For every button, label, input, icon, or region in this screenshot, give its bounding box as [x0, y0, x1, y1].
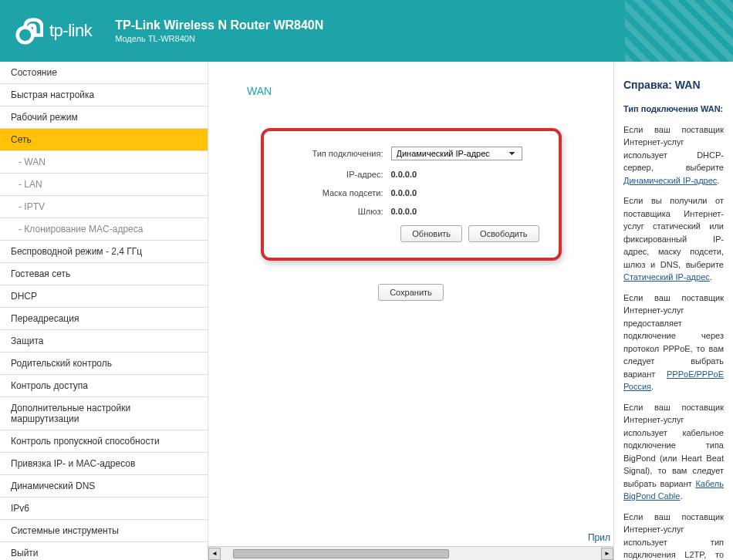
sidebar-item[interactable]: Привязка IP- и MAC-адресов: [0, 453, 208, 475]
header-title: TP-Link Wireless N Router WR840N: [115, 19, 323, 32]
scroll-thumb[interactable]: [233, 549, 449, 558]
conn-type-label: Тип подключения:: [275, 149, 391, 158]
sidebar: СостояниеБыстрая настройкаРабочий режимС…: [0, 62, 208, 560]
logo-text: tp-link: [49, 21, 92, 41]
conn-type-select[interactable]: Динамический IP-адрес: [391, 147, 522, 160]
sidebar-subitem[interactable]: - LAN: [0, 174, 208, 196]
sidebar-item[interactable]: Выйти: [0, 542, 208, 560]
mask-label: Маска подсети:: [275, 188, 391, 197]
header-pattern: [625, 0, 733, 62]
header: tp-link TP-Link Wireless N Router WR840N…: [0, 0, 733, 62]
horizontal-scrollbar[interactable]: ◄ ►: [208, 546, 613, 560]
sidebar-subitem[interactable]: - WAN: [0, 151, 208, 174]
sidebar-item[interactable]: Динамический DNS: [0, 475, 208, 498]
wan-form-box: Тип подключения: Динамический IP-адрес I…: [261, 128, 562, 261]
sidebar-item[interactable]: Дополнительные настройки маршрутизации: [0, 397, 208, 430]
mask-value: 0.0.0.0: [391, 188, 417, 197]
header-subtitle: Модель TL-WR840N: [115, 34, 323, 43]
sidebar-item[interactable]: IPv6: [0, 498, 208, 520]
save-button[interactable]: Сохранить: [378, 284, 444, 301]
help-panel: Справка: WAN Тип подключения WAN: Если в…: [613, 62, 733, 560]
sidebar-item[interactable]: Рабочий режим: [0, 106, 208, 129]
sidebar-item[interactable]: Сеть: [0, 129, 208, 151]
sidebar-item[interactable]: Беспроводной режим - 2,4 ГГц: [0, 241, 208, 263]
page-title: WAN: [247, 85, 598, 97]
gateway-label: Шлюз:: [275, 207, 391, 216]
refresh-button[interactable]: Обновить: [400, 225, 462, 242]
sidebar-subitem[interactable]: - IPTV: [0, 196, 208, 218]
scroll-left-arrow[interactable]: ◄: [208, 548, 221, 560]
sidebar-item[interactable]: DHCP: [0, 285, 208, 308]
sidebar-item[interactable]: Контроль доступа: [0, 375, 208, 397]
svg-point-0: [18, 28, 33, 43]
tplink-logo-icon: [15, 17, 43, 45]
sidebar-item[interactable]: Родительский контроль: [0, 353, 208, 375]
help-link-dynamic[interactable]: Динамический IP-адрес: [623, 176, 717, 185]
sidebar-item[interactable]: Переадресация: [0, 308, 208, 330]
help-link-static[interactable]: Статический IP-адрес: [623, 272, 710, 282]
sidebar-subitem[interactable]: - Клонирование MAC-адреса: [0, 218, 208, 241]
sidebar-item[interactable]: Быстрая настройка: [0, 84, 208, 106]
sidebar-item[interactable]: Состояние: [0, 62, 208, 84]
gateway-value: 0.0.0.0: [391, 207, 417, 216]
help-conn-label: Тип подключения WAN:: [623, 104, 723, 113]
sidebar-item[interactable]: Гостевая сеть: [0, 263, 208, 285]
header-titles: TP-Link Wireless N Router WR840N Модель …: [115, 19, 323, 43]
logo: tp-link: [15, 17, 92, 45]
help-title: Справка: WAN: [623, 77, 724, 93]
sidebar-item[interactable]: Защита: [0, 330, 208, 353]
sidebar-item[interactable]: Контроль пропускной способности: [0, 430, 208, 453]
ip-value: 0.0.0.0: [391, 170, 417, 179]
partial-text: Прил: [588, 532, 610, 543]
scroll-right-arrow[interactable]: ►: [601, 548, 613, 560]
ip-label: IP-адрес:: [275, 170, 391, 179]
sidebar-item[interactable]: Системные инструменты: [0, 520, 208, 542]
content-area: WAN Тип подключения: Динамический IP-адр…: [208, 62, 613, 560]
release-button[interactable]: Освободить: [468, 225, 539, 242]
